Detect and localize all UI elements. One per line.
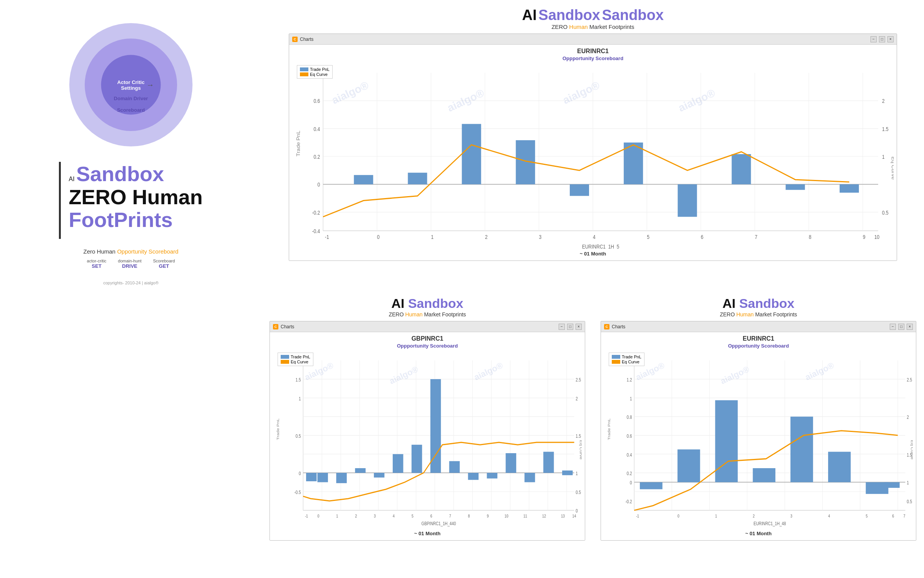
- action-link-set[interactable]: SET: [87, 263, 107, 269]
- action-labels: actor-critic SET domain-hunt DRIVE Score…: [84, 259, 179, 269]
- svg-text:Eq Curve: Eq Curve: [891, 156, 894, 180]
- svg-rect-89: [524, 473, 535, 482]
- svg-rect-87: [487, 473, 497, 479]
- chart-main-title-top: EURINRC1: [292, 48, 894, 55]
- chart-area-br: aialgo® aialgo® aialgo® Trade PnL Eq Cur…: [604, 351, 913, 529]
- close-btn-top[interactable]: ×: [887, 36, 894, 42]
- label-domain: Domain Driver: [114, 96, 148, 101]
- title-sandbox: Sandbox: [76, 162, 164, 185]
- top-right-heading: AI Sandbox Sandbox ZERO Human Market Foo…: [522, 0, 664, 32]
- svg-text:2: 2: [485, 234, 488, 240]
- heading-sandbox-1: Sandbox: [539, 7, 600, 23]
- chart-area-top: aialgo® aialgo® aialgo® aialgo® Trade Pn…: [292, 64, 894, 249]
- svg-rect-19: [408, 173, 427, 184]
- svg-text:5: 5: [866, 514, 868, 518]
- svg-text:0.6: 0.6: [313, 98, 320, 104]
- title-ai-sandbox: AI Sandbox: [69, 162, 203, 186]
- svg-text:-0.2: -0.2: [626, 499, 632, 504]
- svg-text:0.6: 0.6: [627, 434, 632, 439]
- svg-text:0: 0: [678, 514, 680, 518]
- svg-text:3: 3: [374, 514, 376, 518]
- top-right-section: AI Sandbox Sandbox ZERO Human Market Foo…: [262, 0, 924, 289]
- minimize-btn-br[interactable]: −: [890, 324, 896, 330]
- svg-text:3: 3: [539, 234, 542, 240]
- bl-ai: AI: [391, 296, 408, 311]
- svg-text:0.4: 0.4: [313, 126, 320, 132]
- svg-text:-1: -1: [325, 234, 329, 240]
- svg-text:-1: -1: [305, 514, 308, 518]
- maximize-btn-top[interactable]: □: [879, 36, 885, 42]
- svg-text:4: 4: [393, 514, 395, 518]
- minimize-btn-bl[interactable]: −: [559, 324, 565, 330]
- svg-text:-1: -1: [636, 514, 639, 518]
- br-sub: ZERO Human Market Footprints: [720, 311, 797, 318]
- svg-rect-85: [449, 461, 460, 473]
- left-panel: Actor Critic Settings → Domain Driver Sc…: [0, 0, 262, 578]
- title-ai: AI: [69, 176, 74, 182]
- close-btn-bl[interactable]: ×: [576, 324, 582, 330]
- bottom-left-heading: AI Sandbox ZERO Human Market Footprints: [389, 289, 466, 319]
- svg-text:4: 4: [828, 514, 830, 518]
- chart-subtitle-top: Oppportunity Scoreboard: [292, 55, 894, 61]
- action-item-drive: domain-hunt DRIVE: [118, 259, 141, 269]
- svg-text:1.5: 1.5: [882, 126, 889, 132]
- circles-diagram: Actor Critic Settings → Domain Driver Sc…: [69, 23, 192, 146]
- bottom-charts: AI Sandbox ZERO Human Market Footprints …: [262, 289, 924, 578]
- svg-text:5: 5: [647, 234, 649, 240]
- maximize-btn-br[interactable]: □: [898, 324, 904, 330]
- svg-text:2: 2: [576, 396, 578, 401]
- svg-text:10: 10: [505, 514, 509, 518]
- chart-footer-bl: ~ 01 Month: [273, 529, 582, 537]
- legend-item-pnl-bl: Trade PnL: [281, 355, 310, 359]
- svg-rect-80: [355, 468, 365, 473]
- action-small-2: domain-hunt: [118, 259, 141, 263]
- chart-svg-top: 0.6 0.4 0.2 0 -0.2 -0.4 2 1.5 1 0.5 -1: [292, 64, 894, 249]
- svg-text:-0.5: -0.5: [295, 490, 301, 495]
- svg-rect-84: [430, 379, 441, 473]
- close-btn-br[interactable]: ×: [907, 324, 913, 330]
- title-divider: [59, 162, 61, 239]
- svg-rect-146: [885, 482, 900, 488]
- chart-main-title-br: EURINRC1: [604, 335, 913, 342]
- legend-top: Trade PnL Eq Curve: [297, 65, 333, 79]
- chart-window-br: C Charts − □ × EURINRC1 Oppportunity Sco…: [601, 321, 916, 541]
- svg-text:0: 0: [299, 471, 301, 476]
- legend-item-eq-top: Eq Curve: [300, 72, 330, 77]
- legend-item-pnl-br: Trade PnL: [612, 355, 641, 359]
- svg-text:Trade PnL: Trade PnL: [276, 418, 280, 440]
- svg-rect-77: [306, 473, 316, 481]
- chart-icon-br: C: [604, 324, 609, 329]
- svg-text:2: 2: [753, 514, 755, 518]
- chart-icon-top: C: [292, 37, 298, 42]
- heading-ai-1: AI: [522, 7, 537, 23]
- svg-rect-22: [570, 184, 589, 196]
- chart-icon-bl: C: [273, 324, 278, 329]
- chart-main-title-bl: GBPINRC1: [273, 335, 582, 342]
- svg-text:7: 7: [904, 514, 906, 518]
- legend-color-eq-top: [300, 72, 308, 76]
- svg-text:7: 7: [449, 514, 451, 518]
- svg-rect-86: [468, 473, 479, 480]
- right-panel: AI Sandbox Sandbox ZERO Human Market Foo…: [262, 0, 924, 578]
- svg-text:1: 1: [715, 514, 717, 518]
- svg-text:1: 1: [907, 480, 909, 485]
- title-zero-human: ZERO Human: [69, 186, 203, 208]
- svg-rect-140: [678, 449, 700, 482]
- action-link-drive[interactable]: DRIVE: [118, 263, 141, 269]
- maximize-btn-bl[interactable]: □: [567, 324, 573, 330]
- svg-text:1: 1: [431, 234, 434, 240]
- svg-rect-23: [624, 143, 643, 184]
- heading-sandbox-text-1: Sandbox: [602, 7, 663, 23]
- action-link-get[interactable]: GET: [153, 263, 175, 269]
- svg-text:Trade PnL: Trade PnL: [296, 131, 301, 156]
- svg-text:1.5: 1.5: [296, 377, 301, 382]
- svg-text:-0.2: -0.2: [312, 210, 320, 216]
- chart-controls-br: − □ ×: [890, 324, 913, 330]
- legend-item-eq-br: Eq Curve: [612, 360, 641, 364]
- br-sandbox: Sandbox: [739, 296, 795, 311]
- svg-text:0: 0: [377, 234, 380, 240]
- minimize-btn-top[interactable]: −: [870, 36, 877, 42]
- svg-text:Trade PnL: Trade PnL: [607, 418, 611, 440]
- chart-area-bl: aialgo® aialgo® aialgo® Trade PnL Eq Cur…: [273, 351, 582, 529]
- chart-title-label-bl: Charts: [281, 324, 559, 329]
